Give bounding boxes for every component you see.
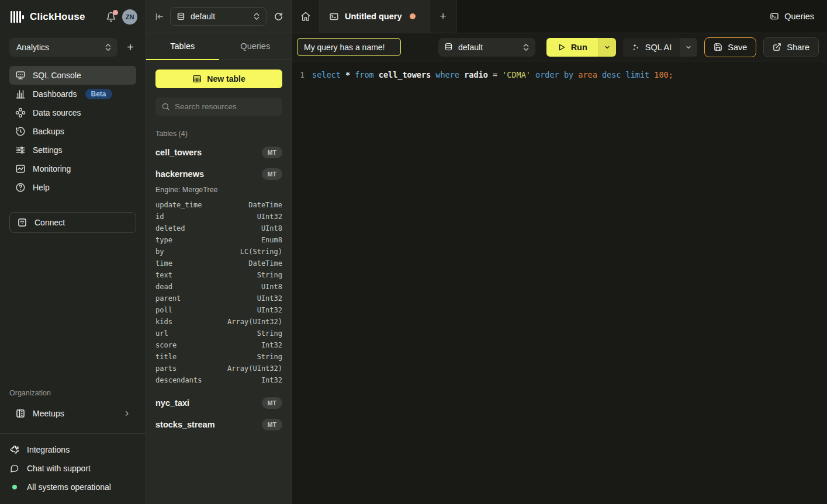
search-resources[interactable] (155, 98, 282, 116)
schema-column-row[interactable]: dead UInt8 (155, 281, 282, 293)
sql-ai-options-button[interactable] (680, 38, 697, 57)
notifications-button[interactable] (106, 12, 116, 22)
editor-area: Untitled query + Queries default Run (292, 0, 827, 504)
schema-column-row[interactable]: poll UInt32 (155, 304, 282, 316)
sidebar-item-data-sources[interactable]: Data sources (9, 103, 136, 122)
column-type: DateTime (248, 199, 282, 211)
table-row-nyc-taxi[interactable]: nyc_taxi MT (155, 396, 282, 410)
table-name: stocks_stream (155, 420, 215, 429)
system-status[interactable]: All systems operational (9, 479, 136, 495)
line-chart-icon (15, 164, 26, 174)
schema-column-row[interactable]: time DateTime (155, 258, 282, 269)
sidebar-item-sql-console[interactable]: SQL Console (9, 66, 136, 85)
panel-database-selector[interactable]: default (170, 7, 267, 26)
save-label: Save (728, 43, 747, 52)
sidebar-item-chat-support[interactable]: Chat with support (9, 461, 136, 476)
column-type: UInt32 (257, 293, 282, 304)
connect-icon (17, 217, 27, 228)
sql-editor[interactable]: 1 select * from cell_towers where radio … (292, 61, 827, 504)
workspace-selector[interactable]: Analytics (9, 38, 117, 57)
sidebar-item-help[interactable]: Help (9, 178, 136, 197)
schema-column-row[interactable]: text String (155, 269, 282, 281)
home-button[interactable] (292, 0, 320, 33)
tab-queries[interactable]: Queries (219, 33, 292, 60)
run-options-button[interactable] (598, 38, 616, 57)
table-row-hackernews[interactable]: hackernews MT (155, 167, 282, 181)
sql-ai-button[interactable]: SQL AI (623, 38, 680, 57)
column-name: title (155, 351, 177, 363)
refresh-icon[interactable] (274, 12, 283, 22)
queries-button[interactable]: Queries (757, 0, 827, 33)
schema-column-row[interactable]: id UInt32 (155, 211, 282, 223)
share-button[interactable]: Share (763, 37, 819, 57)
schema-column-row[interactable]: parts Array(UInt32) (155, 363, 282, 374)
toolbar-database-selector[interactable]: default (438, 38, 535, 57)
schema-column-row[interactable]: type Enum8 (155, 234, 282, 246)
schema-column-row[interactable]: descendants Int32 (155, 374, 282, 386)
query-tabbar: Untitled query + Queries (292, 0, 827, 33)
sidebar-item-backups[interactable]: Backups (9, 122, 136, 141)
column-type: UInt32 (257, 211, 282, 223)
sidebar-item-monitoring[interactable]: Monitoring (9, 159, 136, 178)
schema-column-row[interactable]: deleted UInt8 (155, 223, 282, 234)
home-icon (300, 11, 311, 22)
table-name: cell_towers (155, 148, 202, 157)
table-row-stocks-stream[interactable]: stocks_stream MT (155, 418, 282, 432)
chat-support-label: Chat with support (27, 464, 91, 473)
sidebar-item-settings[interactable]: Settings (9, 141, 136, 159)
toolbar-database-label: default (458, 43, 483, 52)
collapse-panel-icon[interactable] (154, 12, 164, 22)
sql-token: = (493, 70, 502, 79)
save-button[interactable]: Save (704, 37, 756, 57)
new-query-tab-button[interactable]: + (430, 0, 457, 33)
integration-icon (9, 444, 20, 455)
table-row-cell-towers[interactable]: cell_towers MT (155, 145, 282, 159)
sparkles-icon (631, 43, 640, 51)
new-table-button[interactable]: New table (155, 69, 282, 88)
column-type: String (257, 269, 282, 281)
add-workspace-button[interactable]: + (124, 40, 136, 54)
schema-column-row[interactable]: title String (155, 351, 282, 363)
column-type: UInt32 (257, 304, 282, 316)
search-icon (161, 102, 170, 111)
table-icon (192, 74, 202, 84)
engine-badge: MT (262, 147, 282, 158)
query-name-input[interactable] (297, 38, 401, 56)
new-table-label: New table (207, 74, 245, 84)
sidebar-item-label: Data sources (33, 108, 81, 117)
app-sidebar: ClickHouse ZN Analytics + SQL Console Da… (0, 0, 146, 504)
schema-column-row[interactable]: parent UInt32 (155, 293, 282, 304)
sidebar-item-meetups[interactable]: Meetups (9, 404, 136, 423)
sql-token: limit (626, 70, 655, 79)
column-name: descendants (155, 374, 202, 386)
sidebar-nav: SQL Console Dashboards Beta Data sources… (0, 62, 146, 197)
column-name: dead (155, 281, 172, 293)
connect-button[interactable]: Connect (9, 212, 136, 233)
sidebar-item-label: SQL Console (33, 71, 81, 80)
save-icon (714, 43, 722, 51)
schema-column-row[interactable]: url String (155, 328, 282, 339)
column-type: String (257, 328, 282, 339)
sidebar-item-dashboards[interactable]: Dashboards Beta (9, 85, 136, 103)
schema-column-row[interactable]: kids Array(UInt32) (155, 316, 282, 328)
column-type: Array(UInt32) (227, 363, 282, 374)
schema-column-row[interactable]: score Int32 (155, 339, 282, 351)
code-line: 1 select * from cell_towers where radio … (292, 69, 827, 81)
tab-tables[interactable]: Tables (146, 33, 219, 60)
terminal-icon (770, 12, 779, 21)
restore-icon (15, 126, 26, 137)
sql-token: where (435, 70, 464, 79)
schema-column-row[interactable]: update_time DateTime (155, 199, 282, 211)
integrations-label: Integrations (27, 445, 70, 454)
sql-token: * (345, 70, 355, 79)
avatar[interactable]: ZN (122, 9, 137, 25)
column-type: Array(UInt32) (227, 316, 282, 328)
bar-chart-icon (15, 89, 26, 99)
table-name: nyc_taxi (155, 398, 189, 408)
sql-token: from (355, 70, 379, 79)
query-tab[interactable]: Untitled query (320, 0, 430, 33)
schema-column-row[interactable]: by LC(String) (155, 246, 282, 258)
sidebar-item-integrations[interactable]: Integrations (9, 442, 136, 457)
search-input[interactable] (175, 102, 276, 111)
run-button[interactable]: Run (546, 38, 598, 57)
